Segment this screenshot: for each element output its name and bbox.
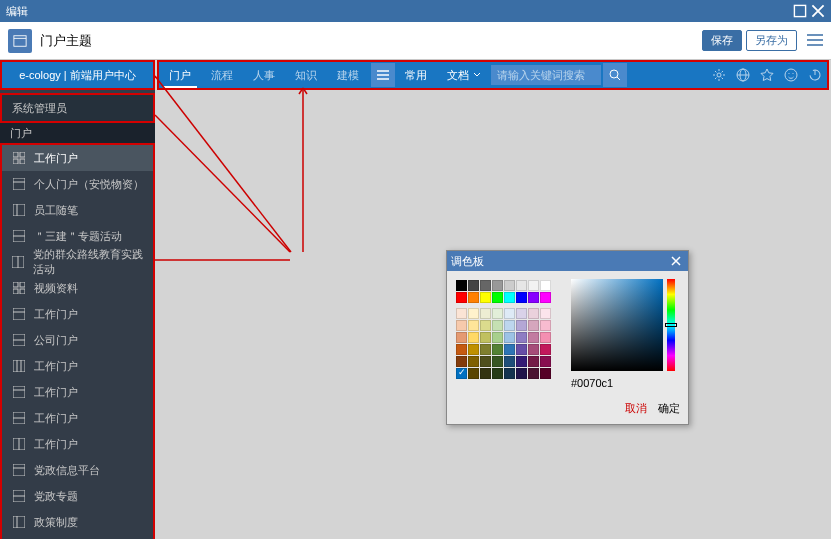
color-swatch[interactable] — [480, 332, 491, 343]
sidebar-item[interactable]: 工作门户 — [2, 431, 153, 457]
color-swatch[interactable] — [492, 292, 503, 303]
gear-icon[interactable] — [707, 63, 731, 87]
window-maximize-icon[interactable] — [793, 4, 807, 18]
ok-button[interactable]: 确定 — [658, 402, 680, 414]
sidebar-item[interactable]: 工作门户 — [2, 379, 153, 405]
sidebar-item[interactable]: 党政信息平台 — [2, 457, 153, 483]
sidebar-item[interactable]: 公司门户 — [2, 327, 153, 353]
color-swatch[interactable] — [468, 292, 479, 303]
color-swatch[interactable] — [480, 368, 491, 379]
color-swatch[interactable] — [492, 332, 503, 343]
color-swatch[interactable] — [504, 368, 515, 379]
color-swatch[interactable] — [492, 344, 503, 355]
tab-workflow[interactable]: 流程 — [201, 62, 243, 88]
color-swatch[interactable] — [528, 280, 539, 291]
menu-toggle-icon[interactable] — [371, 63, 395, 87]
color-swatch[interactable] — [456, 320, 467, 331]
sidebar-item[interactable]: 个人门户（安悦物资） — [2, 171, 153, 197]
color-swatch[interactable] — [528, 320, 539, 331]
color-swatch[interactable] — [540, 356, 551, 367]
color-swatch[interactable] — [504, 292, 515, 303]
color-swatch[interactable] — [492, 320, 503, 331]
color-swatch[interactable] — [480, 308, 491, 319]
sidebar-item[interactable]: 政策制度 — [2, 509, 153, 535]
color-swatch[interactable] — [480, 280, 491, 291]
color-swatch[interactable] — [468, 344, 479, 355]
color-swatch[interactable] — [492, 356, 503, 367]
color-swatch[interactable] — [528, 332, 539, 343]
sidebar-item[interactable]: 工作门户 — [2, 301, 153, 327]
color-swatch[interactable] — [516, 332, 527, 343]
search-button[interactable] — [603, 63, 627, 87]
color-swatch[interactable] — [468, 320, 479, 331]
tab-knowledge[interactable]: 知识 — [285, 62, 327, 88]
color-swatch[interactable] — [456, 292, 467, 303]
color-swatch[interactable] — [468, 356, 479, 367]
window-close-icon[interactable] — [811, 4, 825, 18]
color-swatch[interactable] — [516, 280, 527, 291]
star-icon[interactable] — [755, 63, 779, 87]
color-swatch[interactable] — [528, 344, 539, 355]
color-swatch[interactable] — [540, 332, 551, 343]
color-swatch[interactable] — [516, 356, 527, 367]
tab-portal[interactable]: 门户 — [159, 62, 201, 88]
color-swatch[interactable] — [492, 308, 503, 319]
color-swatch[interactable] — [468, 332, 479, 343]
sidebar-item[interactable]: 党的群众路线教育实践活动 — [2, 249, 153, 275]
color-swatch[interactable] — [504, 344, 515, 355]
color-swatch[interactable] — [456, 368, 467, 379]
search-input[interactable] — [491, 65, 601, 85]
save-as-button[interactable]: 另存为 — [746, 30, 797, 51]
power-icon[interactable] — [803, 63, 827, 87]
color-swatch[interactable] — [516, 320, 527, 331]
color-swatch[interactable] — [504, 320, 515, 331]
tab-model[interactable]: 建模 — [327, 62, 369, 88]
color-swatch[interactable] — [468, 308, 479, 319]
menu-icon[interactable] — [807, 32, 823, 50]
color-swatch[interactable] — [540, 280, 551, 291]
sidebar-item[interactable]: 工作门户 — [2, 405, 153, 431]
color-swatch[interactable] — [504, 356, 515, 367]
sidebar-item[interactable]: 工作门户 — [2, 353, 153, 379]
color-gradient[interactable] — [571, 279, 663, 371]
color-swatch[interactable] — [468, 368, 479, 379]
color-swatch[interactable] — [540, 320, 551, 331]
color-swatch[interactable] — [528, 368, 539, 379]
color-swatch[interactable] — [468, 280, 479, 291]
color-swatch[interactable] — [456, 332, 467, 343]
color-swatch[interactable] — [480, 292, 491, 303]
close-icon[interactable] — [668, 253, 684, 269]
color-swatch[interactable] — [540, 308, 551, 319]
color-swatch[interactable] — [516, 308, 527, 319]
color-swatch[interactable] — [516, 368, 527, 379]
color-swatch[interactable] — [528, 308, 539, 319]
hue-slider[interactable] — [667, 279, 675, 371]
sidebar-item[interactable]: 党政专题 — [2, 483, 153, 509]
color-swatch[interactable] — [528, 356, 539, 367]
save-button[interactable]: 保存 — [702, 30, 742, 51]
smile-icon[interactable] — [779, 63, 803, 87]
color-swatch[interactable] — [540, 292, 551, 303]
color-swatch[interactable] — [504, 332, 515, 343]
sidebar-item[interactable]: 员工随笔 — [2, 197, 153, 223]
color-swatch[interactable] — [456, 356, 467, 367]
globe-icon[interactable] — [731, 63, 755, 87]
color-swatch[interactable] — [540, 344, 551, 355]
sidebar-item[interactable]: 工作门户 — [2, 145, 153, 171]
tab-hr[interactable]: 人事 — [243, 62, 285, 88]
color-swatch[interactable] — [528, 292, 539, 303]
color-swatch[interactable] — [492, 368, 503, 379]
color-swatch[interactable] — [516, 344, 527, 355]
color-swatch[interactable] — [516, 292, 527, 303]
color-swatch[interactable] — [540, 368, 551, 379]
sidebar-item[interactable]: ＂三建＂专题活动 — [2, 223, 153, 249]
color-swatch[interactable] — [504, 308, 515, 319]
color-swatch[interactable] — [480, 356, 491, 367]
color-swatch[interactable] — [456, 308, 467, 319]
color-swatch[interactable] — [492, 280, 503, 291]
doc-dropdown[interactable]: 文档 — [441, 68, 487, 83]
cancel-button[interactable]: 取消 — [625, 402, 647, 414]
color-swatch[interactable] — [480, 344, 491, 355]
color-swatch[interactable] — [456, 280, 467, 291]
color-swatch[interactable] — [480, 320, 491, 331]
